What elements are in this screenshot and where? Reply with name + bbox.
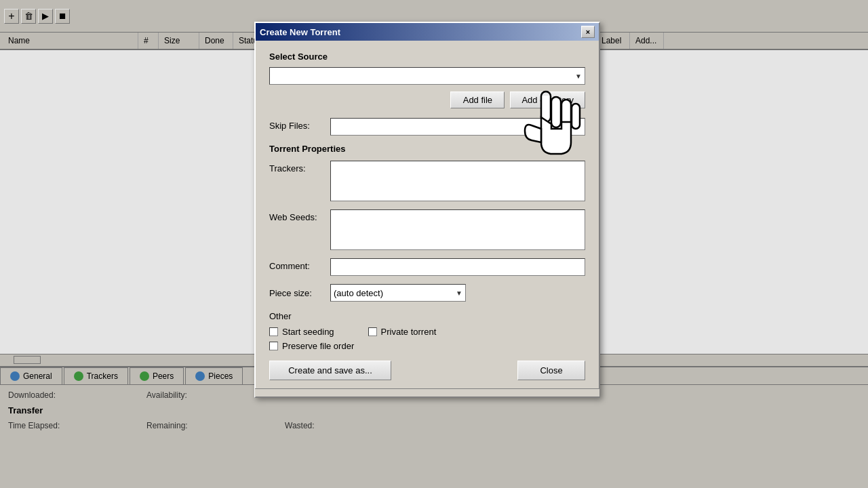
modal-titlebar: Create New Torrent × [256, 23, 599, 41]
start-seeding-checkbox-item[interactable]: Start seeding [269, 327, 334, 337]
modal-title: Create New Torrent [260, 27, 340, 37]
private-torrent-label: Private torrent [381, 327, 437, 337]
torrent-properties-label: Torrent Properties [269, 144, 585, 154]
modal-close-button[interactable]: × [581, 26, 595, 38]
web-seeds-label: Web Seeds: [269, 209, 330, 222]
other-label: Other [269, 311, 585, 321]
piece-size-dropdown[interactable]: (auto detect) ▼ [330, 284, 466, 302]
close-button[interactable]: Close [517, 361, 585, 380]
piece-size-label: Piece size: [269, 288, 330, 298]
add-directory-button[interactable]: Add directory [510, 92, 585, 108]
preserve-file-order-label: Preserve file order [282, 341, 354, 351]
private-torrent-checkbox-item[interactable]: Private torrent [368, 327, 437, 337]
comment-input[interactable] [330, 258, 585, 276]
create-torrent-dialog: Create New Torrent × Select Source ▼ Add… [254, 22, 600, 398]
add-buttons-row: Add file Add directory [269, 92, 585, 108]
skip-files-input[interactable] [330, 118, 585, 136]
piece-size-arrow-icon: ▼ [456, 289, 462, 297]
checkboxes-row-1: Start seeding Private torrent [269, 327, 585, 337]
private-torrent-checkbox[interactable] [368, 327, 377, 336]
trackers-row: Trackers: [269, 161, 585, 201]
dropdown-arrow-icon: ▼ [575, 73, 582, 80]
start-seeding-label: Start seeding [282, 327, 334, 337]
preserve-file-order-checkbox[interactable] [269, 342, 278, 350]
piece-size-row: Piece size: (auto detect) ▼ [269, 284, 585, 302]
modal-body: Select Source ▼ Add file Add directory S… [256, 41, 599, 388]
comment-row: Comment: [269, 258, 585, 276]
modal-scrollbar[interactable] [255, 388, 599, 396]
start-seeding-checkbox[interactable] [269, 327, 278, 336]
checkboxes-row-2: Preserve file order [269, 341, 585, 351]
bottom-btn-row: Create and save as... Close [269, 361, 585, 380]
modal-overlay: Create New Torrent × Select Source ▼ Add… [0, 0, 868, 488]
source-dropdown[interactable]: ▼ [269, 67, 585, 85]
skip-files-label: Skip Files: [269, 118, 330, 131]
select-source-label: Select Source [269, 52, 585, 62]
skip-files-row: Skip Files: [269, 118, 585, 136]
add-file-button[interactable]: Add file [450, 92, 505, 108]
preserve-file-order-checkbox-item[interactable]: Preserve file order [269, 341, 354, 351]
web-seeds-row: Web Seeds: [269, 209, 585, 250]
web-seeds-input[interactable] [330, 209, 585, 250]
comment-label: Comment: [269, 258, 330, 271]
create-save-button[interactable]: Create and save as... [269, 361, 391, 380]
other-section: Other Start seeding Private torrent Pres… [269, 311, 585, 351]
trackers-input[interactable] [330, 161, 585, 201]
piece-size-value: (auto detect) [334, 288, 383, 298]
trackers-label: Trackers: [269, 161, 330, 174]
